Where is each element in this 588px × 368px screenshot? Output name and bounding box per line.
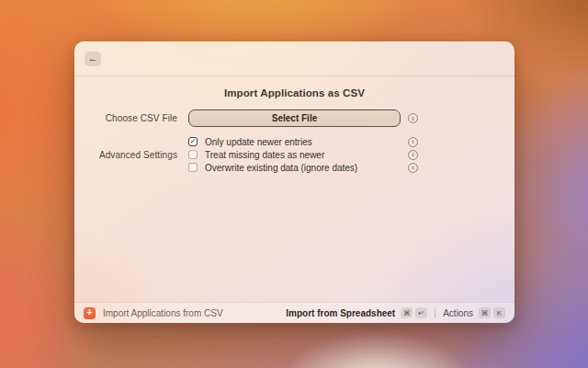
back-arrow-icon: ← [88,52,98,63]
checkbox-label: Overwrite existing data (ignore dates) [205,163,357,173]
file-picker-row: Choose CSV File Select File i [74,106,514,131]
checkbox-unchecked-icon[interactable]: ✓ [188,150,198,159]
cmd-key-icon: ⌘ [401,307,413,318]
advanced-settings-label: Advanced Settings [74,150,177,160]
footer-divider [435,308,435,318]
checkbox-unchecked-icon[interactable]: ✓ [188,163,198,172]
info-icon[interactable]: i [408,137,418,147]
checkbox-row-only-update-newer: ✓ Only update newer entries i [74,135,514,148]
back-button[interactable]: ← [85,52,101,66]
info-icon[interactable]: i [408,113,418,123]
checkbox-overwrite-existing[interactable]: ✓ Overwrite existing data (ignore dates) [188,163,408,173]
return-key-icon: ↵ [415,307,427,318]
raycast-window: ← Import Applications as CSV Choose CSV … [74,41,514,323]
checkbox-row-treat-missing-dates: Advanced Settings ✓ Treat missing dates … [74,148,514,161]
form-title: Import Applications as CSV [74,87,514,98]
info-icon[interactable]: i [408,163,418,173]
cmd-key-icon: ⌘ [479,307,491,318]
import-form: Choose CSV File Select File i ✓ Only upd… [74,106,514,174]
k-key-icon: K [493,307,505,318]
import-from-spreadsheet-button[interactable]: Import from Spreadsheet ⌘ ↵ [286,307,427,318]
actions-menu-button[interactable]: Actions ⌘ K [443,307,505,318]
checkbox-only-update-newer[interactable]: ✓ Only update newer entries [188,137,408,147]
footer-action-bar: + Import Applications from CSV Import fr… [74,302,514,323]
checkbox-row-overwrite-existing: ✓ Overwrite existing data (ignore dates)… [74,161,514,174]
primary-action-label: Import from Spreadsheet [286,308,395,318]
file-field-label: Choose CSV File [74,113,177,123]
desktop-background: ← Import Applications as CSV Choose CSV … [0,0,588,368]
extension-icon: + [84,307,96,319]
checkbox-checked-icon[interactable]: ✓ [188,137,198,146]
actions-label: Actions [443,308,473,318]
select-file-button[interactable]: Select File [188,109,401,127]
footer-command-name: Import Applications from CSV [103,308,223,318]
info-icon[interactable]: i [408,150,418,160]
plus-icon: + [87,307,93,317]
checkbox-treat-missing-dates[interactable]: ✓ Treat missing dates as newer [188,150,408,160]
window-header: ← [74,41,514,76]
checkbox-label: Treat missing dates as newer [205,150,324,160]
checkbox-label: Only update newer entries [205,137,312,147]
